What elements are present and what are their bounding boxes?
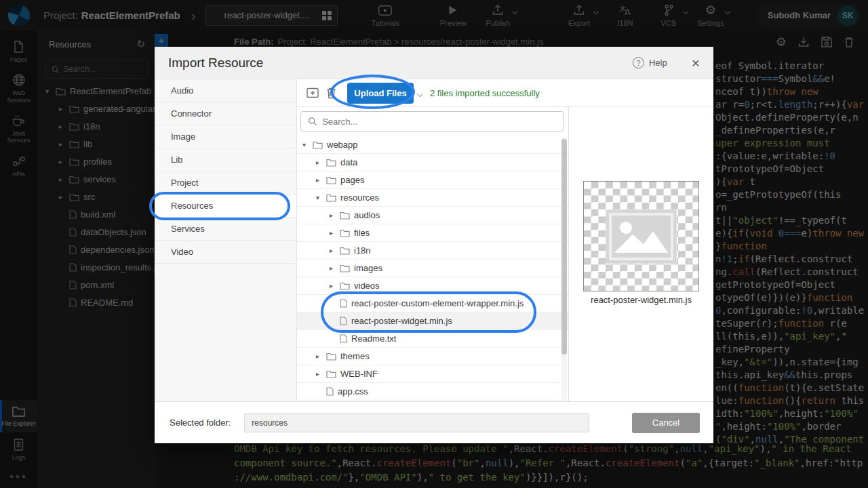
tree-expand-icon[interactable] bbox=[313, 159, 322, 166]
folder-icon bbox=[326, 159, 336, 167]
tree-expand-icon[interactable] bbox=[327, 211, 336, 219]
tree-expand-icon[interactable] bbox=[327, 247, 336, 254]
modal-file-tree: webapp bbox=[297, 136, 568, 401]
tree-item[interactable]: audios bbox=[297, 207, 568, 224]
image-placeholder-icon bbox=[606, 209, 677, 264]
tree-item[interactable]: resources bbox=[297, 189, 568, 207]
selected-folder-input[interactable] bbox=[244, 413, 589, 432]
folder-icon bbox=[340, 211, 350, 220]
file-tree-panel: webapp bbox=[297, 107, 568, 401]
category-item[interactable]: Resources bbox=[155, 195, 296, 218]
folder-icon bbox=[340, 264, 350, 272]
tree-item[interactable]: react-poster-widget.min.js bbox=[297, 312, 568, 330]
category-item[interactable]: Services bbox=[155, 218, 296, 241]
category-item[interactable]: Image bbox=[155, 125, 296, 148]
tree-item[interactable]: data bbox=[297, 154, 568, 171]
tree-item[interactable]: files bbox=[297, 224, 568, 242]
modal-search[interactable] bbox=[300, 111, 564, 131]
folder-icon bbox=[340, 247, 350, 255]
folder-icon bbox=[326, 352, 336, 361]
tree-item[interactable]: Readme.txt bbox=[297, 330, 568, 348]
file-icon bbox=[340, 317, 347, 325]
folder-icon bbox=[340, 282, 350, 290]
tree-expand-icon[interactable] bbox=[313, 194, 322, 201]
folder-icon bbox=[313, 141, 323, 149]
tree-item[interactable]: app.css bbox=[297, 383, 568, 401]
tree-item[interactable]: images bbox=[297, 260, 568, 277]
category-item[interactable]: Lib bbox=[155, 148, 296, 171]
folder-icon bbox=[340, 229, 350, 237]
tree-expand-icon[interactable] bbox=[313, 352, 322, 360]
help-icon: ? bbox=[633, 57, 644, 68]
category-nav: Audio Connector Image Lib Pr bbox=[155, 79, 297, 401]
tree-item[interactable]: i18n bbox=[297, 242, 568, 260]
tree-item[interactable]: react-poster-custom-element-wrapper.min.… bbox=[297, 295, 568, 312]
preview-caption: react-poster-widget.min.js bbox=[591, 295, 692, 305]
tree-expand-icon[interactable] bbox=[300, 141, 309, 148]
preview-panel: react-poster-widget.min.js bbox=[568, 107, 713, 401]
help-label: Help bbox=[649, 58, 667, 68]
tree-item[interactable]: themes bbox=[297, 348, 568, 365]
upload-dropdown-chevron-icon[interactable] bbox=[418, 87, 422, 99]
search-icon bbox=[308, 117, 317, 126]
preview-thumbnail bbox=[583, 181, 699, 291]
scrollbar-thumb[interactable] bbox=[561, 139, 567, 354]
modal-header: Import Resource ? Help × bbox=[155, 47, 713, 79]
tree-expand-icon[interactable] bbox=[327, 264, 336, 272]
tree-item[interactable]: WEB-INF bbox=[297, 365, 568, 383]
tree-item[interactable]: pages bbox=[297, 171, 568, 189]
scrollbar[interactable] bbox=[561, 137, 567, 400]
modal-footer: Selected folder: Cancel bbox=[155, 401, 713, 443]
help-button[interactable]: ? Help bbox=[633, 57, 667, 68]
tree-expand-icon[interactable] bbox=[327, 229, 336, 237]
cancel-button[interactable]: Cancel bbox=[632, 413, 700, 433]
selected-folder-label: Selected folder: bbox=[170, 418, 231, 428]
tree-item[interactable]: webapp bbox=[297, 136, 568, 154]
upload-files-button[interactable]: Upload Files bbox=[347, 83, 414, 104]
new-folder-button[interactable] bbox=[306, 87, 319, 99]
import-success-message: 2 files imported successfully bbox=[430, 88, 540, 98]
tree-item[interactable]: videos bbox=[297, 277, 568, 295]
import-toolbar: Upload Files 2 files imported successful… bbox=[297, 79, 713, 107]
tree-expand-icon[interactable] bbox=[313, 176, 322, 184]
modal-search-input[interactable] bbox=[322, 117, 557, 127]
file-icon bbox=[340, 299, 347, 308]
file-icon bbox=[326, 387, 334, 396]
folder-icon bbox=[326, 194, 336, 202]
app-screen: Project:ReactElementPrefab › react-poste… bbox=[0, 0, 868, 488]
category-item[interactable]: Audio bbox=[155, 79, 296, 102]
category-item[interactable]: Video bbox=[155, 241, 296, 264]
close-icon[interactable]: × bbox=[692, 56, 700, 70]
import-resource-modal: Import Resource ? Help × Audio Connector bbox=[155, 47, 713, 443]
modal-title: Import Resource bbox=[168, 56, 633, 70]
delete-button[interactable] bbox=[326, 87, 336, 99]
folder-icon bbox=[326, 370, 336, 378]
file-icon bbox=[340, 334, 347, 343]
category-item[interactable]: Project bbox=[155, 171, 296, 195]
folder-icon bbox=[326, 176, 336, 184]
tree-expand-icon[interactable] bbox=[327, 282, 336, 289]
category-item[interactable]: Connector bbox=[155, 102, 296, 125]
tree-expand-icon[interactable] bbox=[313, 370, 322, 378]
